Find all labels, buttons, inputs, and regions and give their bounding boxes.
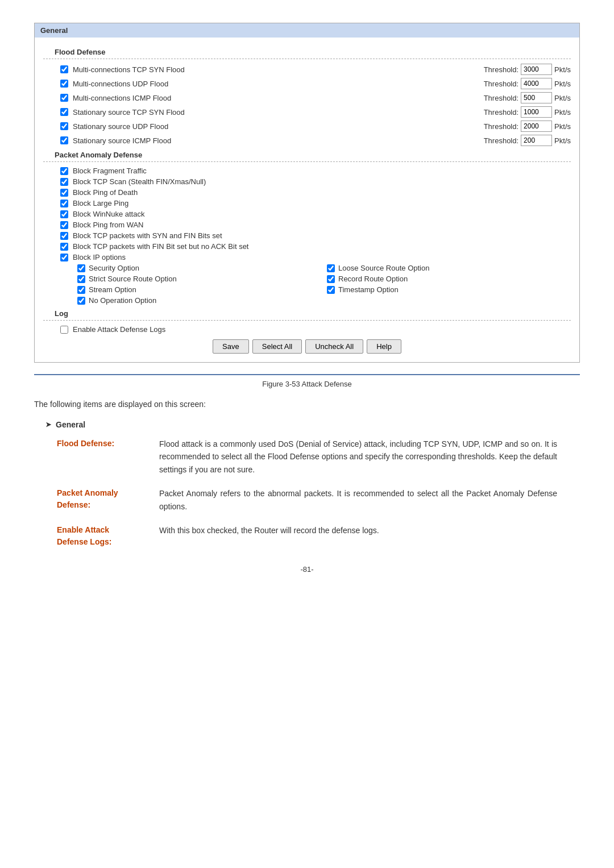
term-label-1: Packet Anomaly Defense:: [57, 487, 159, 513]
panel-bottom-line: [34, 374, 580, 375]
threshold-input-3[interactable]: [521, 106, 552, 118]
term-label-2: Enable Attack Defense Logs:: [57, 524, 159, 548]
ip-option-checkbox-5[interactable]: [327, 286, 335, 294]
page-number: -81-: [34, 565, 580, 574]
log-checkbox[interactable]: [60, 326, 68, 334]
anomaly-checkbox-7[interactable]: [60, 243, 68, 251]
flood-row-5: Stationary source ICMP Flood Threshold: …: [60, 135, 571, 146]
general-section-heading: General: [45, 420, 580, 429]
ip-option-3: Record Route Option: [327, 275, 571, 283]
pkt-label-2: Pkt/s: [554, 94, 571, 102]
term-label-2-line1: Enable Attack: [57, 525, 109, 534]
button-row: Save Select All Uncheck All Help: [43, 339, 571, 354]
threshold-text-1: Threshold:: [484, 80, 518, 88]
anomaly-checkbox-5[interactable]: [60, 221, 68, 229]
anomaly-label-6: Block TCP packets with SYN and FIN Bits …: [73, 231, 222, 240]
figure-caption: Figure 3-53 Attack Defense: [34, 380, 580, 388]
flood-checkbox-1[interactable]: [60, 80, 68, 88]
ip-option-label-3: Record Route Option: [338, 275, 408, 283]
anomaly-label-7: Block TCP packets with FIN Bit set but n…: [73, 242, 248, 251]
ip-option-label-2: Strict Source Route Option: [89, 275, 177, 283]
ip-option-checkbox-6[interactable]: [77, 297, 85, 305]
flood-label-3: Stationary source TCP SYN Flood: [73, 108, 484, 117]
anomaly-label-2: Block Ping of Death: [73, 188, 138, 197]
ip-option-checkbox-4[interactable]: [77, 286, 85, 294]
help-button[interactable]: Help: [367, 339, 401, 354]
anomaly-row-3: Block Large Ping: [60, 199, 571, 207]
ip-option-checkbox-2[interactable]: [77, 275, 85, 283]
flood-checkbox-3[interactable]: [60, 108, 68, 116]
flood-checkbox-0[interactable]: [60, 65, 68, 73]
save-button[interactable]: Save: [213, 339, 249, 354]
anomaly-label-3: Block Large Ping: [73, 199, 128, 207]
flood-row-1: Multi-connections UDP Flood Threshold: P…: [60, 78, 571, 89]
anomaly-divider: [43, 161, 571, 162]
ip-option-6: No Operation Option: [77, 296, 321, 305]
ip-option-checkbox-1[interactable]: [327, 264, 335, 272]
log-title: Log: [55, 309, 68, 318]
flood-label-1: Multi-connections UDP Flood: [73, 80, 484, 88]
threshold-group-0: Threshold: Pkt/s: [484, 64, 571, 75]
log-row-label: Enable Attack Defense Logs: [73, 325, 165, 334]
anomaly-row-8: Block IP options: [60, 253, 571, 261]
anomaly-label-0: Block Fragment Traffic: [73, 167, 147, 175]
flood-label-2: Multi-connections ICMP Flood: [73, 94, 484, 102]
term-block-0: Flood Defense: Flood attack is a commonl…: [57, 438, 557, 476]
flood-row-3: Stationary source TCP SYN Flood Threshol…: [60, 106, 571, 118]
anomaly-checkbox-0[interactable]: [60, 167, 68, 175]
pkt-label-5: Pkt/s: [554, 136, 571, 145]
anomaly-label-1: Block TCP Scan (Stealth FIN/Xmas/Null): [73, 177, 206, 186]
ip-option-label-1: Loose Source Route Option: [338, 264, 429, 272]
flood-checkbox-2[interactable]: [60, 94, 68, 102]
threshold-input-0[interactable]: [521, 64, 552, 75]
threshold-text-5: Threshold:: [484, 136, 518, 145]
term-label-1-line2: Defense:: [57, 500, 90, 509]
threshold-input-2[interactable]: [521, 92, 552, 103]
select-all-button[interactable]: Select All: [252, 339, 302, 354]
ip-option-4: Stream Option: [77, 285, 321, 294]
anomaly-checkbox-3[interactable]: [60, 200, 68, 207]
pkt-label-0: Pkt/s: [554, 65, 571, 74]
threshold-input-4[interactable]: [521, 121, 552, 132]
anomaly-row-0: Block Fragment Traffic: [60, 167, 571, 175]
term-desc-0: Flood attack is a commonly used DoS (Den…: [159, 438, 557, 476]
anomaly-row-6: Block TCP packets with SYN and FIN Bits …: [60, 231, 571, 240]
ip-option-checkbox-3[interactable]: [327, 275, 335, 283]
threshold-group-2: Threshold: Pkt/s: [484, 92, 571, 103]
anomaly-row-1: Block TCP Scan (Stealth FIN/Xmas/Null): [60, 177, 571, 186]
anomaly-checkbox-8[interactable]: [60, 254, 68, 261]
ip-option-checkbox-0[interactable]: [77, 264, 85, 272]
flood-row-4: Stationary source UDP Flood Threshold: P…: [60, 121, 571, 132]
threshold-input-5[interactable]: [521, 135, 552, 146]
threshold-group-4: Threshold: Pkt/s: [484, 121, 571, 132]
anomaly-label-4: Block WinNuke attack: [73, 210, 144, 218]
general-section-label: General: [56, 420, 85, 429]
term-label-0: Flood Defense:: [57, 438, 159, 476]
uncheck-all-button[interactable]: Uncheck All: [305, 339, 363, 354]
pkt-label-4: Pkt/s: [554, 122, 571, 131]
term-desc-2: With this box checked, the Router will r…: [159, 524, 379, 548]
anomaly-checkbox-2[interactable]: [60, 189, 68, 197]
term-desc-1: Packet Anomaly refers to the abnormal pa…: [159, 487, 557, 513]
flood-checkbox-5[interactable]: [60, 136, 68, 144]
anomaly-checkbox-4[interactable]: [60, 210, 68, 218]
ip-option-label-6: No Operation Option: [89, 296, 156, 305]
anomaly-label-5: Block Ping from WAN: [73, 221, 144, 229]
panel-header: General: [35, 23, 579, 38]
ip-option-label-5: Timestamp Option: [338, 285, 399, 294]
term-label-1-line1: Packet Anomaly: [57, 488, 118, 497]
pkt-label-3: Pkt/s: [554, 108, 571, 117]
flood-label-5: Stationary source ICMP Flood: [73, 136, 484, 145]
packet-anomaly-title: Packet Anomaly Defense: [55, 151, 571, 159]
threshold-input-1[interactable]: [521, 78, 552, 89]
ip-option-label-0: Security Option: [89, 264, 139, 272]
log-divider: [43, 320, 571, 321]
threshold-group-5: Threshold: Pkt/s: [484, 135, 571, 146]
threshold-text-0: Threshold:: [484, 65, 518, 74]
flood-row-2: Multi-connections ICMP Flood Threshold: …: [60, 92, 571, 103]
anomaly-checkbox-6[interactable]: [60, 232, 68, 240]
anomaly-label-8: Block IP options: [73, 253, 126, 261]
anomaly-checkbox-1[interactable]: [60, 178, 68, 186]
threshold-text-3: Threshold:: [484, 108, 518, 117]
flood-checkbox-4[interactable]: [60, 122, 68, 130]
